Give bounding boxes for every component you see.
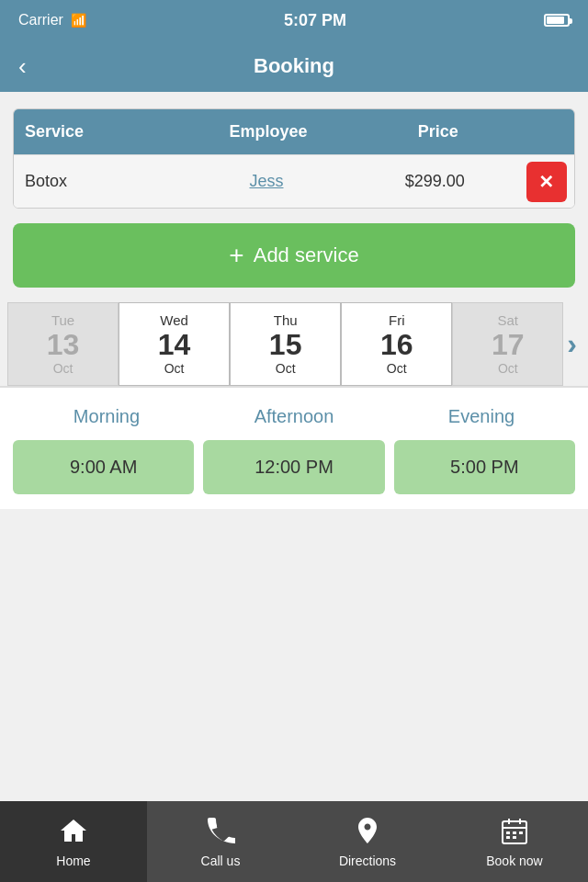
main-content: Service Employee Price Botox Jess $299.0… [0, 108, 588, 509]
employee-name[interactable]: Jess [182, 155, 350, 208]
day-num-thu15: 15 [269, 330, 302, 359]
nav-call-us[interactable]: Call us [147, 801, 294, 882]
svg-rect-8 [513, 836, 516, 839]
table-row: Botox Jess $299.00 ✕ [14, 154, 574, 208]
employee-link[interactable]: Jess [249, 172, 283, 190]
nav-book-now[interactable]: Book now [441, 801, 588, 882]
date-next-button[interactable]: › [563, 327, 581, 361]
phone-icon [206, 816, 235, 850]
day-name-sat17: Sat [498, 312, 519, 328]
nav-home-label: Home [56, 854, 90, 868]
period-morning: Morning [13, 406, 200, 427]
day-num-wed14: 14 [158, 330, 191, 359]
time-slot-evening[interactable]: 5:00 PM [394, 440, 575, 494]
day-name-tue13: Tue [51, 312, 74, 328]
col-price-header: Price [353, 109, 523, 154]
date-cell-tue13[interactable]: Tue 13 Oct [7, 302, 119, 386]
day-num-sat17: 17 [492, 330, 525, 359]
day-name-thu15: Thu [274, 312, 298, 328]
month-thu15: Oct [276, 361, 296, 376]
add-service-button[interactable]: + Add service [13, 223, 575, 288]
time-slots-row: 9:00 AM 12:00 PM 5:00 PM [13, 440, 575, 494]
service-table: Service Employee Price Botox Jess $299.0… [13, 108, 575, 209]
delete-col: ✕ [519, 162, 574, 202]
bottom-nav: Home Call us Directions [0, 801, 588, 882]
clock: 5:07 PM [284, 11, 346, 30]
col-employee-header: Employee [184, 109, 354, 154]
month-wed14: Oct [164, 361, 185, 376]
time-slots-container: Morning Afternoon Evening 9:00 AM 12:00 … [0, 386, 588, 509]
month-sat17: Oct [498, 361, 518, 376]
status-bar: Carrier 📶 5:07 PM [0, 0, 588, 40]
price-value: $299.00 [351, 155, 519, 208]
time-slot-morning[interactable]: 9:00 AM [13, 440, 194, 494]
date-cell-thu15[interactable]: Thu 15 Oct [230, 302, 341, 386]
date-picker: Tue 13 Oct Wed 14 Oct Thu 15 Oct Fri 16 … [0, 302, 588, 386]
home-icon [59, 816, 88, 850]
col-delete-header [523, 109, 574, 154]
day-name-fri16: Fri [389, 312, 405, 328]
add-service-label: Add service [254, 243, 359, 267]
nav-book-label: Book now [486, 854, 542, 868]
svg-rect-6 [519, 831, 523, 834]
col-service-header: Service [14, 109, 184, 154]
directions-icon [353, 816, 382, 850]
day-num-fri16: 16 [380, 330, 413, 359]
carrier-info: Carrier 📶 [18, 12, 86, 28]
table-header: Service Employee Price [14, 109, 574, 154]
svg-rect-7 [506, 836, 510, 839]
carrier-label: Carrier [18, 12, 63, 28]
app-header: ‹ Booking [0, 40, 588, 92]
time-slot-afternoon[interactable]: 12:00 PM [203, 440, 384, 494]
svg-rect-5 [513, 831, 516, 834]
nav-directions[interactable]: Directions [294, 801, 441, 882]
nav-call-label: Call us [201, 854, 241, 868]
day-num-tue13: 13 [47, 330, 80, 359]
delete-service-button[interactable]: ✕ [526, 162, 567, 202]
battery-indicator [544, 14, 570, 27]
plus-icon: + [229, 241, 243, 270]
battery-icon [544, 14, 570, 27]
svg-rect-4 [506, 831, 510, 834]
month-fri16: Oct [387, 361, 407, 376]
back-button[interactable]: ‹ [18, 52, 27, 81]
day-name-wed14: Wed [160, 312, 188, 328]
period-evening: Evening [388, 406, 575, 427]
date-scroll-area: Tue 13 Oct Wed 14 Oct Thu 15 Oct Fri 16 … [7, 302, 563, 386]
time-periods-header: Morning Afternoon Evening [13, 406, 575, 427]
month-tue13: Oct [53, 361, 74, 376]
calendar-icon [500, 816, 529, 850]
nav-directions-label: Directions [339, 854, 396, 868]
page-title: Booking [254, 54, 334, 78]
period-afternoon: Afternoon [200, 406, 388, 427]
date-cell-fri16[interactable]: Fri 16 Oct [341, 302, 452, 386]
service-name: Botox [14, 155, 182, 208]
wifi-icon: 📶 [71, 13, 86, 28]
nav-home[interactable]: Home [0, 801, 147, 882]
date-cell-wed14[interactable]: Wed 14 Oct [119, 302, 230, 386]
date-cell-sat17[interactable]: Sat 17 Oct [452, 302, 563, 386]
